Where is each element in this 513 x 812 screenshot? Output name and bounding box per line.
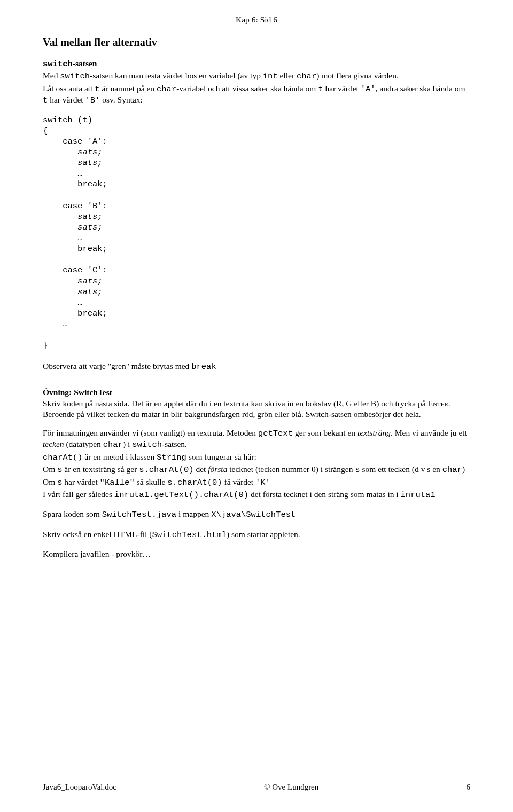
text: ) som startar appleten. bbox=[227, 530, 300, 539]
exercise-p2: För inmatningen använder vi (som vanligt… bbox=[43, 428, 470, 451]
text: Observera att varje "gren" måste brytas … bbox=[43, 361, 191, 370]
exercise-p5: Om s har värdet "Kalle" så skulle s.char… bbox=[43, 477, 470, 488]
code-line: … bbox=[43, 319, 68, 329]
code-inline: break bbox=[191, 362, 216, 372]
text: Låt oss anta att bbox=[43, 84, 95, 93]
code-inline: SwitchTest.java bbox=[102, 510, 177, 519]
text: -variabel och att vissa saker ska hända … bbox=[176, 84, 318, 93]
code-line: switch (t) bbox=[43, 115, 92, 125]
chapter-header: Kap 6: Sid 6 bbox=[43, 15, 470, 25]
compile-block: Kompilera javafilen - provkör… bbox=[43, 549, 470, 559]
code-inline: s.charAt(0) bbox=[139, 465, 193, 475]
code-inline: SwitchTest.html bbox=[152, 530, 227, 540]
code-inline: char bbox=[297, 72, 316, 81]
code-line: sats; bbox=[43, 212, 103, 222]
save-line: Spara koden som SwitchTest.java i mappen… bbox=[43, 509, 470, 520]
exercise-p1: Skriv koden på nästa sida. Det är en app… bbox=[43, 398, 470, 419]
code-inline: int bbox=[263, 72, 278, 81]
text-block: Skriv koden på nästa sida. Det är en app… bbox=[43, 398, 470, 419]
text: osv. Syntax: bbox=[100, 95, 143, 104]
code-line: … bbox=[43, 169, 82, 178]
text: är en textsträng så ger bbox=[62, 464, 139, 474]
text: Om bbox=[43, 464, 57, 474]
text: det bbox=[194, 464, 208, 474]
code-inline: char bbox=[157, 84, 176, 94]
code-line: sats; bbox=[43, 223, 103, 232]
text: har värdet bbox=[323, 84, 361, 93]
code-inline: t bbox=[95, 84, 99, 94]
text: ) mot flera givna värden. bbox=[316, 71, 399, 80]
switch-satsen-block: switch-satsen Med switch-satsen kan man … bbox=[43, 58, 470, 106]
intro-p1: Med switch-satsen kan man testa värdet h… bbox=[43, 70, 470, 82]
exercise-gettext-block: För inmatningen använder vi (som vanligt… bbox=[43, 428, 470, 500]
compile-line: Kompilera javafilen - provkör… bbox=[43, 549, 470, 559]
text: , andra saker ska hända om bbox=[376, 84, 465, 93]
code-inline: switch bbox=[60, 72, 90, 81]
footer-center: © Ove Lundgren bbox=[264, 783, 318, 792]
code-inline: switch bbox=[132, 440, 162, 450]
code-inline: char bbox=[442, 465, 462, 475]
text: är namnet på en bbox=[100, 84, 157, 93]
observe-note: Observera att varje "gren" måste brytas … bbox=[43, 361, 470, 372]
text-italic: första bbox=[208, 464, 227, 474]
code-inline: charAt() bbox=[43, 453, 82, 462]
code-inline: 'A' bbox=[361, 84, 376, 94]
code-inline: X\java\SwitchTest bbox=[211, 510, 296, 519]
code-inline: String bbox=[157, 453, 186, 462]
page: Kap 6: Sid 6 Val mellan fler alternativ … bbox=[0, 0, 513, 812]
section-title: Val mellan fler alternativ bbox=[43, 36, 470, 49]
code-line: sats; bbox=[43, 147, 103, 157]
code-inline: t bbox=[43, 96, 48, 105]
text: I vårt fall ger således bbox=[43, 490, 114, 499]
subheading-mono: switch bbox=[43, 59, 73, 69]
code-line: } bbox=[43, 341, 48, 350]
code-inline: s bbox=[355, 465, 360, 475]
code-inline: s.charAt(0) bbox=[167, 478, 222, 487]
text: Skriv också en enkel HTML-fil ( bbox=[43, 530, 152, 539]
code-line: break; bbox=[43, 309, 107, 318]
text-italic: tecken bbox=[43, 439, 64, 448]
save-block: Spara koden som SwitchTest.java i mappen… bbox=[43, 509, 470, 520]
exercise-p4: Om s är en textsträng så ger s.charAt(0)… bbox=[43, 464, 470, 475]
text: tecknet (tecken nummer 0) i strängen bbox=[227, 464, 355, 474]
code-line: break; bbox=[43, 179, 107, 189]
exercise-p6: I vårt fall ger således inruta1.getText(… bbox=[43, 489, 470, 500]
code-block: switch (t) { case 'A': sats; sats; … bre… bbox=[43, 115, 470, 351]
intro-p2: Låt oss anta att t är namnet på en char-… bbox=[43, 83, 470, 106]
code-inline: inruta1 bbox=[401, 490, 436, 500]
code-line: { bbox=[43, 126, 48, 136]
text: är en metod i klassen bbox=[82, 452, 157, 461]
html-block: Skriv också en enkel HTML-fil (SwitchTes… bbox=[43, 529, 470, 540]
code-inline: 'K' bbox=[255, 478, 270, 487]
footer: Java6_LooparoVal.doc © Ove Lundgren 6 bbox=[43, 783, 470, 792]
html-line: Skriv också en enkel HTML-fil (SwitchTes… bbox=[43, 529, 470, 540]
code-line: case 'C': bbox=[43, 265, 107, 275]
code-inline: char bbox=[103, 440, 123, 450]
code-line: … bbox=[43, 233, 82, 243]
subheading-suffix: -satsen bbox=[73, 59, 97, 68]
code-inline: "Kalle" bbox=[100, 478, 135, 487]
code-line: case 'B': bbox=[43, 201, 107, 211]
text: -satsen kan man testa värdet hos en vari… bbox=[90, 71, 263, 80]
text: har värdet bbox=[62, 477, 99, 486]
text: . Men vi använde ju ett bbox=[391, 428, 467, 437]
text: ) i bbox=[123, 439, 132, 448]
text: (datatypen bbox=[64, 439, 103, 448]
text: som ett tecken (d v s en bbox=[360, 464, 442, 474]
exercise-title: Övning: SwitchTest bbox=[43, 387, 470, 397]
text: Om bbox=[43, 477, 57, 486]
code-line: case 'A': bbox=[43, 137, 107, 146]
code-line: … bbox=[43, 298, 82, 308]
text: Spara koden som bbox=[43, 509, 102, 518]
text: det första tecknet i den sträng som mata… bbox=[248, 490, 401, 499]
text: få värdet bbox=[222, 477, 255, 486]
subheading: switch-satsen bbox=[43, 58, 470, 69]
exercise-p3: charAt() är en metod i klassen String so… bbox=[43, 452, 470, 463]
footer-left: Java6_LooparoVal.doc bbox=[43, 783, 116, 792]
text: Skriv koden på nästa sida. Det är en app… bbox=[43, 399, 428, 408]
code-inline: t bbox=[318, 84, 323, 94]
text-italic: textsträng bbox=[357, 428, 391, 437]
text: Med bbox=[43, 71, 60, 80]
code-line: break; bbox=[43, 244, 107, 254]
text: -satsen. bbox=[162, 439, 187, 448]
